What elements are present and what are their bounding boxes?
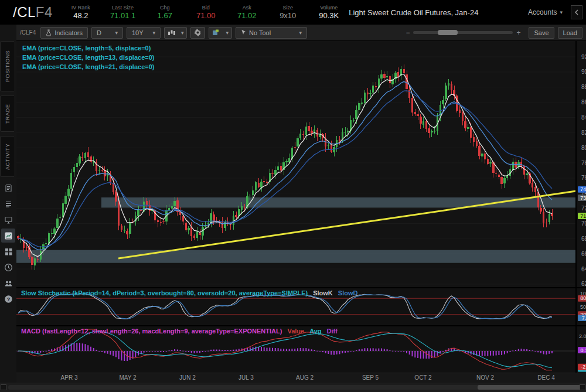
toolbar-symbol-label: /CLF4 <box>20 29 36 36</box>
chevron-down-icon: ▾ <box>226 30 229 36</box>
price-axis-label: 64 <box>581 266 586 272</box>
price-axis-label: 72 <box>581 205 586 212</box>
clock-icon <box>4 263 13 272</box>
sidebar-monitor-icon[interactable] <box>1 213 15 227</box>
macd-panel: MACD (fastLength=12, slowLength=26, macd… <box>16 326 586 373</box>
macd-axis-badge: 0.11 <box>578 347 586 353</box>
quote-field: Bid 71.00 <box>194 5 217 20</box>
price-axis-badge: 73.4 <box>578 195 586 201</box>
quote-field-label: Size <box>282 5 293 11</box>
horizontal-scrollbar[interactable] <box>0 383 586 392</box>
svg-text:74.5: 74.5 <box>580 186 586 192</box>
symbol-suffix: F4 <box>36 4 53 20</box>
quote-field-label: Ask <box>243 5 251 11</box>
accounts-label: Accounts <box>528 8 557 16</box>
cursor-icon <box>241 29 246 36</box>
zoom-thumb[interactable] <box>438 30 458 35</box>
trading-platform-window: /CLF4 IV Rank 48.2Last Size 71.01 1Chg 1… <box>0 0 586 392</box>
sidebar-tab-activity[interactable]: ACTIVITY <box>0 136 14 177</box>
zoom-in-icon[interactable]: + <box>516 29 520 37</box>
people-icon <box>4 278 13 288</box>
quote-bar: /CLF4 IV Rank 48.2Last Size 71.01 1Chg 1… <box>0 0 586 25</box>
stochastic-panel: Slow Stochastic (kPeriod=14, dPeriod=3, … <box>16 288 586 325</box>
price-axis-label: 84 <box>581 114 586 121</box>
quote-field-value: 9x10 <box>280 11 296 20</box>
chart-style-dropdown[interactable]: ▾ <box>164 27 188 39</box>
chart-settings-button[interactable] <box>190 27 205 39</box>
scrollbar-thumb[interactable] <box>478 385 582 390</box>
quote-field: IV Rank 48.2 <box>69 5 93 20</box>
scroll-right-button[interactable] <box>580 384 585 390</box>
date-axis-label: APR 3 <box>61 374 78 381</box>
active-tool-label: No Tool <box>249 29 271 36</box>
sidebar-chart-icon[interactable] <box>1 229 15 243</box>
sidebar-tab-trade[interactable]: TRADE <box>0 96 14 132</box>
range-dropdown[interactable]: 10Y▾ <box>127 27 161 39</box>
sidebar-icons: ? <box>0 181 16 306</box>
load-label: Load <box>563 29 577 36</box>
quote-field: Last Size 71.01 1 <box>110 5 135 20</box>
sidebar-tabs: POSITIONSTRADEACTIVITY <box>0 25 16 177</box>
svg-text:73.4: 73.4 <box>580 195 586 201</box>
sidebar-tab-positions[interactable]: POSITIONS <box>0 41 14 91</box>
range-value: 10Y <box>132 29 144 36</box>
drawing-set-icon <box>212 29 220 36</box>
gear-icon <box>194 29 202 36</box>
left-sidebar: POSITIONSTRADEACTIVITY ? <box>0 25 16 392</box>
contract-title: Light Sweet Crude Oil Futures, Jan-24 <box>349 8 478 17</box>
svg-text:?: ? <box>6 296 10 302</box>
quote-field: Chg 1.67 <box>153 5 176 20</box>
drawing-set-dropdown[interactable]: ▾ <box>209 27 232 39</box>
document-icon <box>4 183 13 193</box>
price-axis-label: 66 <box>581 251 586 257</box>
quote-field-value: 71.00 <box>196 11 216 20</box>
grid-icon <box>4 247 13 257</box>
quote-field-label: Volume <box>320 5 338 11</box>
svg-text:80.0: 80.0 <box>580 295 586 301</box>
stochastic-plot[interactable]: 10050.080.020.07.5 <box>16 288 586 328</box>
price-axis-label: 70 <box>581 220 586 227</box>
macd-plot[interactable]: 2.00.0-2.0-2.3-2.10.11 <box>16 326 586 376</box>
save-button[interactable]: Save <box>529 27 554 39</box>
sidebar-clock-icon[interactable] <box>1 260 15 274</box>
chevron-down-icon: ▾ <box>299 30 302 36</box>
svg-text:-2.1: -2.1 <box>581 364 586 370</box>
indicators-button[interactable]: Indicators <box>40 27 88 39</box>
chart-icon <box>4 231 13 241</box>
load-button[interactable]: Load <box>558 27 582 39</box>
price-chart-panel: EMA (price=CLOSE, length=5, displace=0) … <box>16 41 586 287</box>
quote-field-value: 71.02 <box>237 11 257 20</box>
sidebar-document-icon[interactable] <box>1 181 15 195</box>
svg-text:71.0: 71.0 <box>580 213 586 219</box>
date-axis-label: NOV 2 <box>476 374 494 381</box>
timeframe-value: D <box>97 29 101 36</box>
price-axis-label: 92 <box>581 54 586 60</box>
quote-field-value: 1.67 <box>158 11 172 20</box>
zoom-out-icon[interactable]: − <box>406 29 410 37</box>
quote-field: Volume 90.3K <box>317 5 340 20</box>
quote-fields: IV Rank 48.2Last Size 71.01 1Chg 1.67Bid… <box>69 5 340 20</box>
quote-field-value: 48.2 <box>73 11 88 20</box>
sidebar-help-icon[interactable]: ? <box>1 292 15 306</box>
price-axis-label: 62 <box>581 281 586 287</box>
zoom-slider[interactable]: − + <box>406 29 520 37</box>
scroll-left-button[interactable] <box>1 384 6 390</box>
candlestick-plot[interactable]: 6264666870727476788082848688909274.573.4… <box>16 41 586 289</box>
sidebar-watchlist-icon[interactable] <box>1 197 15 211</box>
price-axis-badge: 74.5 <box>578 186 586 193</box>
indicators-label: Indicators <box>54 29 83 36</box>
date-axis-label: MAY 2 <box>119 374 136 381</box>
price-axis-label: 80 <box>581 145 586 151</box>
symbol-root: /CL <box>13 4 36 20</box>
active-tool-dropdown[interactable]: No Tool ▾ <box>236 27 307 39</box>
zoom-track[interactable] <box>413 31 513 34</box>
accounts-menu[interactable]: Accounts ▾ <box>528 8 563 16</box>
collapse-panel-button[interactable] <box>571 5 582 19</box>
chart-toolbar: /CLF4 Indicators D▾ 10Y▾ ▾ ▾ No Tool ▾ <box>16 25 586 41</box>
stoch-axis-label: 50.0 <box>580 304 586 310</box>
sidebar-people-icon[interactable] <box>1 276 15 290</box>
quote-field: Size 9x10 <box>276 5 299 20</box>
price-axis-label: 76 <box>581 175 586 181</box>
timeframe-dropdown[interactable]: D▾ <box>91 27 123 39</box>
sidebar-grid-icon[interactable] <box>1 244 15 258</box>
